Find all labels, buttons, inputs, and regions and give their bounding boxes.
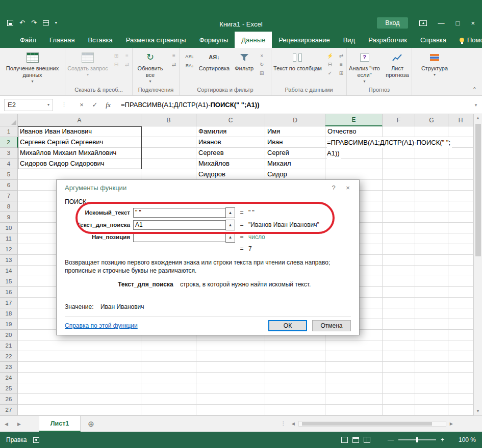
data-validation-icon[interactable]: ✓ [325, 69, 335, 77]
vertical-scrollbar-thumb[interactable] [475, 124, 481, 256]
cell-H14[interactable] [448, 266, 473, 276]
cell-G25[interactable] [415, 383, 448, 394]
cell-B5[interactable] [141, 169, 196, 180]
cell-C22[interactable] [196, 351, 265, 362]
cell-G27[interactable] [415, 405, 448, 415]
row-header-3[interactable]: 3 [0, 148, 18, 159]
cell-B24[interactable] [141, 373, 196, 383]
clear-filter-icon[interactable]: × [257, 51, 267, 60]
cell-H1[interactable] [448, 126, 473, 137]
cell-E1[interactable]: Отчество [325, 126, 383, 137]
zoom-level[interactable]: 100 % [453, 436, 476, 443]
tab-scroll-splitter[interactable]: ⋮ [277, 420, 289, 427]
cell-A1[interactable]: Иванов Иван Иванович [18, 126, 141, 137]
cell-F27[interactable] [383, 405, 415, 415]
cell-G13[interactable] [415, 255, 448, 266]
cell-F14[interactable] [383, 266, 415, 276]
sheet-nav-right-icon[interactable]: ▶ [13, 421, 26, 427]
cell-G3[interactable] [415, 148, 448, 159]
cell-C25[interactable] [196, 383, 265, 394]
connection-properties-icon[interactable]: ≡ [169, 51, 179, 60]
cell-F11[interactable] [383, 233, 415, 244]
reapply-filter-icon[interactable]: ↻ [257, 60, 267, 68]
dialog-close-icon[interactable]: × [341, 184, 355, 192]
cell-H7[interactable] [448, 191, 473, 201]
cell-G15[interactable] [415, 276, 448, 287]
cell-H27[interactable] [448, 405, 473, 415]
tab-page-layout[interactable]: Разметка страницы [119, 32, 193, 48]
minimize-button[interactable]: — [438, 19, 445, 27]
cell-F4[interactable] [383, 159, 415, 169]
cell-H3[interactable] [448, 148, 473, 159]
tab-insert[interactable]: Вставка [81, 32, 119, 48]
cell-H11[interactable] [448, 233, 473, 244]
cell-H10[interactable] [448, 223, 473, 233]
row-header-9[interactable]: 9 [0, 212, 18, 223]
zoom-out-button[interactable]: — [388, 436, 394, 443]
name-box[interactable]: E2 ▾ [4, 99, 53, 111]
row-header-7[interactable]: 7 [0, 191, 18, 201]
cell-F26[interactable] [383, 394, 415, 405]
cell-H13[interactable] [448, 255, 473, 266]
cell-F17[interactable] [383, 298, 415, 308]
row-header-27[interactable]: 27 [0, 405, 18, 415]
cell-F6[interactable] [383, 180, 415, 191]
column-header-B[interactable]: B [141, 114, 196, 126]
row-header-1[interactable]: 1 [0, 126, 18, 137]
cell-G20[interactable] [415, 330, 448, 340]
cell-H22[interactable] [448, 351, 473, 362]
cell-E23[interactable] [325, 362, 383, 373]
page-layout-view-icon[interactable] [352, 437, 359, 443]
row-header-10[interactable]: 10 [0, 223, 18, 233]
cell-E5[interactable] [325, 169, 383, 180]
cell-H25[interactable] [448, 383, 473, 394]
cell-A4[interactable]: Сидоров Сидор Сидорович [18, 159, 141, 169]
cell-F24[interactable] [383, 373, 415, 383]
row-header-4[interactable]: 4 [0, 159, 18, 169]
cancel-entry-button[interactable]: × [75, 101, 88, 109]
cell-B27[interactable] [141, 405, 196, 415]
sheet-nav-left-icon[interactable]: ◀ [0, 421, 13, 427]
cell-H18[interactable] [448, 308, 473, 319]
row-header-25[interactable]: 25 [0, 383, 18, 394]
cell-C21[interactable] [196, 340, 265, 351]
row-header-18[interactable]: 18 [0, 308, 18, 319]
row-header-8[interactable]: 8 [0, 201, 18, 212]
confirm-entry-button[interactable]: ✓ [88, 101, 102, 109]
cell-A27[interactable] [18, 405, 141, 415]
cancel-button[interactable]: Отмена [312, 320, 351, 331]
scroll-down-icon[interactable]: ▼ [476, 407, 480, 415]
collapse-dialog-button[interactable]: ▲ [225, 220, 235, 230]
cell-H8[interactable] [448, 201, 473, 212]
edit-links-icon[interactable]: ⇄ [169, 60, 179, 68]
cell-F7[interactable] [383, 191, 415, 201]
cell-F20[interactable] [383, 330, 415, 340]
cell-C1[interactable]: Фамилия [196, 126, 265, 137]
cell-C3[interactable]: Сергеев [196, 148, 265, 159]
cell-G21[interactable] [415, 340, 448, 351]
cell-B1[interactable] [141, 126, 196, 137]
cell-H16[interactable] [448, 287, 473, 298]
cell-H4[interactable] [448, 159, 473, 169]
filter-button[interactable]: Фильтр [233, 49, 256, 72]
query-minus-icon[interactable]: ⊟ [111, 60, 121, 68]
cell-F1[interactable] [383, 126, 415, 137]
cell-H23[interactable] [448, 362, 473, 373]
collapse-dialog-button[interactable]: ▲ [225, 207, 235, 218]
row-header-17[interactable]: 17 [0, 298, 18, 308]
cell-C4[interactable]: Михайлов [196, 159, 265, 169]
function-help-link[interactable]: Справка по этой функции [65, 322, 268, 329]
what-if-analysis-button[interactable]: ? Анализ "что если" ▾ [347, 49, 382, 84]
normal-view-icon[interactable] [341, 437, 348, 443]
name-box-dropdown-icon[interactable]: ▾ [47, 102, 49, 107]
cell-F5[interactable] [383, 169, 415, 180]
cell-F12[interactable] [383, 244, 415, 255]
cell-F15[interactable] [383, 276, 415, 287]
cell-B26[interactable] [141, 394, 196, 405]
cell-D27[interactable] [265, 405, 325, 415]
dialog-help-icon[interactable]: ? [326, 184, 341, 192]
forecast-sheet-button[interactable]: Лист прогноза [383, 49, 412, 78]
cell-C26[interactable] [196, 394, 265, 405]
cell-G4[interactable] [415, 159, 448, 169]
cell-E4[interactable] [325, 159, 383, 169]
